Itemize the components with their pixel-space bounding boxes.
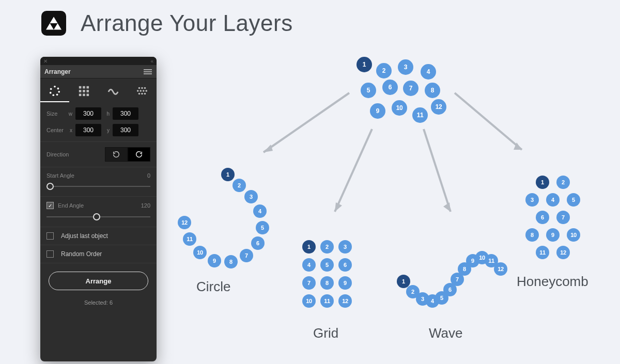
node-circle-5: 5	[256, 221, 269, 234]
center-y-label: y	[104, 128, 110, 133]
node-grid-7: 7	[302, 276, 316, 290]
node-grid-4: 4	[302, 258, 316, 272]
node-circle-8: 8	[224, 255, 238, 268]
svg-line-30	[424, 129, 451, 212]
svg-rect-7	[79, 86, 82, 89]
size-h-input[interactable]	[113, 107, 138, 120]
node-circle-2: 2	[233, 179, 246, 192]
start-angle-value: 0	[147, 172, 150, 179]
selected-count: Selected: 6	[40, 299, 157, 306]
svg-line-32	[455, 93, 522, 150]
app-icon	[41, 11, 66, 36]
node-honey-1: 1	[536, 176, 549, 189]
node-honey-4: 4	[546, 193, 560, 207]
panel-window-chrome: ✕ «	[40, 57, 157, 65]
svg-rect-13	[79, 94, 82, 97]
svg-rect-11	[83, 90, 86, 92]
arranger-panel: ✕ « Arranger Size w	[40, 57, 157, 361]
adjust-last-section: Adjust last object	[40, 227, 157, 245]
node-circle-4: 4	[253, 204, 267, 218]
panel-menu-icon[interactable]	[143, 69, 152, 75]
preview-canvas: 1 2 3 4 5 6 7 8 9 10 11 12 1 2 3 4 5 6 7…	[165, 52, 620, 364]
honeycomb-caption: Honeycomb	[517, 274, 588, 290]
svg-point-18	[144, 87, 146, 89]
grid-icon	[78, 85, 89, 97]
svg-point-16	[138, 87, 141, 89]
title-row: Arrange Your Layers	[0, 0, 620, 36]
honeycomb-icon	[136, 85, 148, 97]
arrange-button[interactable]: Arrange	[49, 272, 148, 290]
node-honey-7: 7	[556, 211, 570, 224]
start-angle-label: Start Angle	[47, 172, 74, 179]
node-circle-1: 1	[221, 168, 235, 181]
svg-point-21	[143, 90, 145, 92]
panel-title: Arranger	[44, 68, 71, 75]
end-angle-thumb[interactable]	[93, 213, 100, 220]
node-circle-9: 9	[208, 254, 221, 267]
end-angle-section: End Angle 120	[40, 197, 157, 227]
circle-caption: Circle	[196, 279, 230, 295]
center-y-input[interactable]	[113, 124, 138, 136]
node-honey-9: 9	[546, 228, 560, 242]
svg-point-6	[50, 88, 52, 90]
adjust-last-label: Adjust last object	[61, 232, 108, 240]
mode-wave[interactable]	[99, 81, 128, 102]
size-center-section: Size w h Center x y	[40, 102, 157, 142]
node-grid-2: 2	[320, 240, 334, 254]
svg-point-4	[53, 94, 55, 96]
svg-point-25	[144, 93, 146, 95]
random-order-checkbox[interactable]	[47, 250, 54, 258]
node-wave-12: 12	[494, 262, 507, 276]
start-angle-thumb[interactable]	[47, 183, 54, 190]
svg-point-3	[56, 94, 58, 96]
collapse-icon[interactable]: «	[150, 58, 153, 64]
mode-circle[interactable]	[40, 81, 69, 102]
svg-point-17	[141, 87, 143, 89]
svg-point-5	[50, 92, 52, 94]
svg-point-1	[57, 88, 59, 90]
direction-cw-button[interactable]	[128, 147, 150, 162]
svg-rect-9	[87, 86, 89, 89]
arrows	[165, 52, 620, 258]
node-circle-3: 3	[244, 190, 258, 203]
panel-header: Arranger	[40, 65, 157, 78]
svg-point-23	[138, 93, 141, 95]
end-angle-slider[interactable]	[47, 212, 150, 221]
mode-grid[interactable]	[69, 81, 98, 102]
center-x-input[interactable]	[75, 124, 101, 136]
node-circle-12: 12	[178, 216, 191, 229]
wave-icon	[107, 85, 119, 97]
end-angle-value: 120	[141, 202, 150, 209]
start-angle-slider[interactable]	[47, 182, 150, 191]
end-angle-checkbox[interactable]	[47, 202, 54, 209]
node-circle-10: 10	[193, 246, 207, 259]
svg-point-19	[137, 90, 139, 92]
close-icon[interactable]: ✕	[43, 58, 48, 64]
node-grid-12: 12	[338, 294, 352, 308]
direction-toggle	[105, 147, 150, 162]
svg-point-24	[141, 93, 143, 95]
adjust-last-checkbox[interactable]	[47, 232, 54, 240]
svg-rect-12	[87, 90, 89, 92]
triforce-icon	[46, 15, 61, 31]
size-w-input[interactable]	[75, 107, 101, 120]
end-angle-label: End Angle	[58, 202, 84, 209]
node-circle-6: 6	[251, 236, 265, 250]
svg-rect-14	[83, 94, 86, 97]
node-honey-6: 6	[536, 211, 549, 224]
node-grid-11: 11	[320, 294, 334, 308]
mode-honeycomb[interactable]	[128, 81, 157, 102]
node-honey-10: 10	[567, 228, 580, 242]
node-grid-5: 5	[320, 258, 334, 272]
svg-line-28	[335, 129, 372, 212]
rotate-ccw-icon	[112, 150, 120, 159]
node-honey-5: 5	[567, 193, 580, 207]
direction-ccw-button[interactable]	[105, 147, 128, 162]
node-grid-1: 1	[302, 240, 316, 254]
node-honey-11: 11	[536, 246, 549, 259]
random-order-label: Random Order	[61, 250, 102, 258]
size-label: Size	[47, 110, 64, 117]
node-grid-6: 6	[338, 258, 352, 272]
node-grid-3: 3	[338, 240, 352, 254]
node-grid-9: 9	[338, 276, 352, 290]
